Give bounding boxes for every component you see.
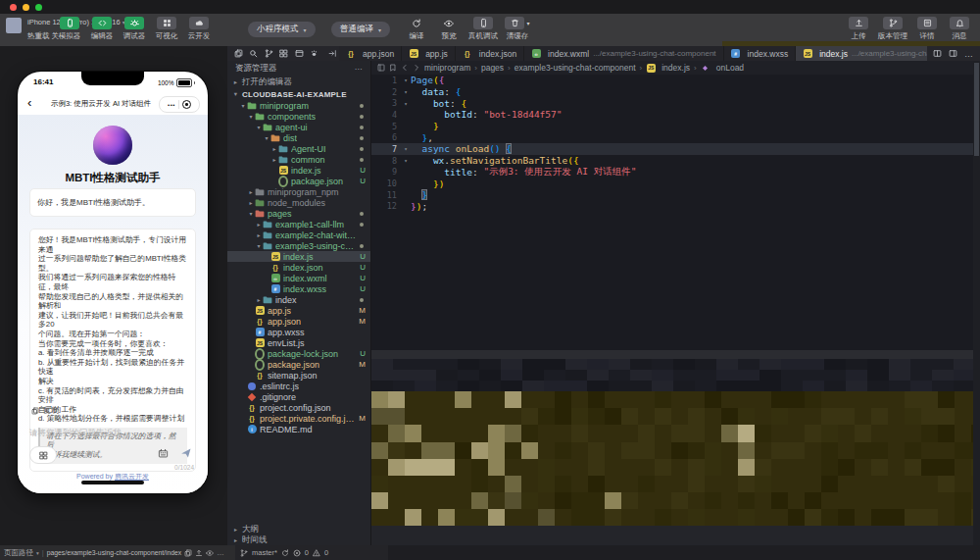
code-line-12[interactable]: 12}); — [371, 201, 980, 213]
tree-item-miniprogram_npm[interactable]: ▸miniprogram_npm — [227, 186, 370, 197]
tree-item-app.wxss[interactable]: #app.wxss — [227, 327, 370, 337]
chat-input[interactable]: 请将您遇到的问题告诉我 — [29, 428, 122, 439]
code-line-8[interactable]: 8▾ wx.setNavigationBarTitle({ — [371, 155, 980, 167]
breadcrumb-item[interactable]: miniprogram — [424, 63, 470, 73]
errors-icon[interactable] — [293, 549, 301, 557]
code-line-11[interactable]: 11 } — [371, 189, 980, 201]
fold-icon[interactable]: ▾ — [401, 100, 411, 107]
breadcrumb-item[interactable]: onLoad — [701, 63, 744, 73]
code-line-5[interactable]: 5 } — [371, 121, 980, 132]
breadcrumb-item[interactable]: pages — [481, 63, 504, 73]
tree-item-.gitignore[interactable]: .gitignore — [227, 391, 370, 402]
cloud-dev-button[interactable]: 云开发 — [186, 17, 212, 41]
explorer-more-icon[interactable]: … — [355, 62, 365, 72]
close-window-button[interactable] — [10, 4, 17, 11]
panel-icon[interactable] — [377, 64, 385, 72]
code-line-7[interactable]: 7▾ async onLoad() { — [371, 143, 980, 155]
tree-item-node_modules[interactable]: ▸node_modules — [227, 197, 370, 208]
code-editor[interactable]: 1▾Page({2▾ data: {3▾ bot: {4 botId: "bot… — [371, 75, 980, 545]
tree-item-project.private.config.json[interactable]: {}project.private.config.jsonM — [227, 413, 370, 424]
tab-index.js[interactable]: JSindex.js.../example3-using-chat-compon… — [796, 46, 927, 61]
tree-item-agent-ui[interactable]: ▾agent-ui — [227, 122, 370, 132]
search-icon[interactable] — [249, 49, 258, 58]
eye-icon[interactable] — [206, 549, 214, 557]
code-line-1[interactable]: 1▾Page({ — [371, 75, 980, 86]
code-line-10[interactable]: 10 }) — [371, 178, 980, 189]
visualizer-button[interactable]: 可视化 — [154, 17, 179, 41]
more-actions-icon[interactable]: … — [964, 49, 974, 59]
debugger-button[interactable]: 调试器 — [122, 17, 147, 41]
options-button[interactable] — [29, 446, 57, 464]
git-branch-name[interactable]: master* — [252, 548, 277, 557]
warnings-icon[interactable] — [313, 549, 320, 557]
share-icon[interactable] — [195, 549, 203, 557]
fold-icon[interactable]: ▾ — [401, 76, 411, 83]
back-icon[interactable]: ‹ — [27, 95, 31, 110]
project-root[interactable]: ▾CLOUDBASE-AI-EXAMPLE — [227, 88, 370, 100]
code-line-9[interactable]: 9 title: "示例3: 使用云开发 AI 对话组件" — [371, 167, 980, 178]
fold-icon[interactable]: ▾ — [401, 145, 411, 152]
sync-icon[interactable] — [281, 549, 289, 557]
details-button[interactable]: 详情 — [914, 17, 940, 41]
nav-back-icon[interactable] — [401, 64, 409, 72]
files-icon[interactable] — [234, 49, 243, 58]
tree-item-example3-using-chat-co...[interactable]: ▾example3-using-chat-co... — [227, 240, 370, 251]
tree-item-package-lock.json[interactable]: package-lock.jsonU — [227, 348, 370, 359]
messages-button[interactable]: 消息 — [947, 17, 972, 41]
tree-item-dist[interactable]: ▾dist — [227, 132, 370, 143]
tab-index.json[interactable]: {}index.json — [456, 46, 524, 61]
tree-item-index.js[interactable]: JSindex.jsU — [227, 165, 370, 176]
code-line-2[interactable]: 2▾ data: { — [371, 86, 980, 98]
tab-app.json[interactable]: {}app.json — [339, 46, 402, 61]
nav-forward-icon[interactable] — [413, 64, 420, 72]
compile-mode-dropdown[interactable]: 普通编译▾ — [331, 22, 390, 37]
minimize-capsule-icon[interactable] — [182, 100, 191, 109]
clear-cache-button[interactable]: ▾清缓存 — [505, 17, 530, 41]
compile-button[interactable]: 编译 — [404, 17, 429, 41]
tree-item-components[interactable]: ▾components — [227, 111, 370, 122]
tree-item-index[interactable]: ▸index — [227, 294, 370, 305]
bookmark-icon[interactable] — [389, 64, 397, 72]
capsule-menu[interactable]: ••• — [159, 96, 200, 113]
path-more-icon[interactable]: … — [217, 548, 225, 557]
pin-tabs-icon[interactable] — [325, 46, 339, 61]
tree-item-sitemap.json[interactable]: {}sitemap.json — [227, 370, 370, 381]
tree-item-common[interactable]: ▸common — [227, 154, 370, 165]
tab-index.wxml[interactable]: ‹›index.wxml.../example3-using-chat-comp… — [524, 46, 723, 61]
mode-dropdown[interactable]: 小程序模式▾ — [248, 22, 316, 37]
tree-item-project.config.json[interactable]: {}project.config.json — [227, 402, 370, 413]
keyboard-icon[interactable] — [158, 448, 169, 459]
version-management-button[interactable]: 版本管理 — [878, 17, 907, 41]
tree-item-package.json[interactable]: package.jsonU — [227, 176, 370, 186]
tree-item-index.json[interactable]: {}index.jsonU — [227, 262, 370, 273]
git-branch-icon[interactable] — [240, 549, 248, 557]
editor-button[interactable]: 编辑器 — [89, 17, 115, 41]
tree-item-index.wxss[interactable]: #index.wxssU — [227, 283, 370, 294]
split-editor-icon[interactable] — [933, 49, 942, 58]
mini-panel-icon[interactable] — [310, 49, 318, 58]
page-path-label[interactable]: 页面路径 — [4, 548, 33, 558]
tree-item-pages[interactable]: ▾pages — [227, 208, 370, 219]
copy-path-icon[interactable] — [184, 549, 192, 557]
breadcrumb-item[interactable]: example3-using-chat-component — [514, 63, 636, 73]
tree-item-miniprogram[interactable]: ▾miniprogram — [227, 100, 370, 111]
tree-item-package.json[interactable]: package.jsonM — [227, 359, 370, 370]
source-control-icon[interactable] — [265, 49, 273, 58]
editor-scrollbar[interactable] — [973, 61, 980, 545]
simulator-button[interactable]: 模拟器 — [57, 17, 82, 41]
more-icon[interactable]: ••• — [168, 102, 175, 108]
real-device-debug-button[interactable]: 真机调试 — [468, 17, 498, 41]
tree-item-example1-call-llm[interactable]: ▸example1-call-llm — [227, 219, 370, 229]
layout-icon[interactable] — [949, 49, 957, 58]
tab-index.wxss[interactable]: #index.wxss — [724, 46, 797, 61]
window-icon[interactable] — [295, 49, 304, 58]
user-avatar[interactable] — [6, 18, 22, 33]
tab-app.js[interactable]: JSapp.js — [402, 46, 456, 61]
tree-item-example2-chat-with-agent[interactable]: ▸example2-chat-with-agent — [227, 229, 370, 240]
fold-icon[interactable]: ▾ — [401, 157, 411, 164]
open-editors-section[interactable]: ▸打开的编辑器 — [227, 76, 370, 88]
extensions-icon[interactable] — [279, 49, 288, 58]
code-line-3[interactable]: 3▾ bot: { — [371, 97, 980, 109]
upload-button[interactable]: 上传 — [846, 17, 871, 41]
tree-item-envList.js[interactable]: JSenvList.js — [227, 337, 370, 348]
